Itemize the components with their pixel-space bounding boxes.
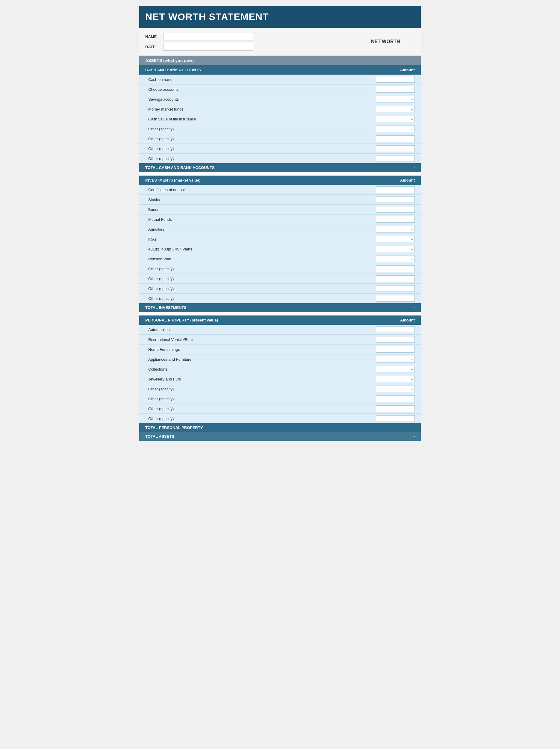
- row-label: Other (specify): [148, 296, 174, 301]
- personal-property-row-input[interactable]: [376, 326, 415, 333]
- net-worth-label: NET WORTH: [371, 39, 400, 44]
- table-row: Other (specify): [139, 274, 421, 284]
- table-row: Other (specify): [139, 294, 421, 303]
- personal-property-row-input[interactable]: [376, 366, 415, 372]
- personal-property-amount-label: Amount: [400, 318, 415, 322]
- table-row: 401(k), 403(b), 457 Plans: [139, 244, 421, 254]
- table-row: Other (specify): [139, 154, 421, 163]
- row-label: Savings accounts: [148, 97, 179, 102]
- personal-property-row-input[interactable]: [376, 346, 415, 352]
- top-info-section: NAME DATE NET WORTH -: [139, 28, 421, 56]
- investments-row-input[interactable]: [376, 285, 415, 292]
- personal-property-row-input[interactable]: [376, 386, 415, 392]
- page-container: NET WORTH STATEMENT NAME DATE NET WORTH …: [139, 6, 421, 441]
- table-row: Other (specify): [139, 284, 421, 294]
- cash-row-input[interactable]: [376, 126, 415, 132]
- row-label: Home Furnishings: [148, 347, 180, 352]
- personal-property-section: PERSONAL PROPERTY (present value) Amount…: [139, 316, 421, 432]
- name-date-section: NAME DATE: [145, 33, 253, 51]
- row-label: Other (specify): [148, 156, 174, 161]
- name-label: NAME: [145, 35, 160, 39]
- cash-row-input[interactable]: [376, 135, 415, 142]
- row-label: Mutual Funds: [148, 217, 172, 222]
- table-row: Savings accounts: [139, 94, 421, 104]
- personal-property-section-title: PERSONAL PROPERTY (present value): [145, 318, 218, 322]
- row-label: Certificates of deposit: [148, 188, 186, 192]
- row-label: Jewellery and Furs: [148, 377, 181, 381]
- table-row: Annuities: [139, 224, 421, 234]
- row-label: Other (specify): [148, 407, 174, 411]
- investments-row-input[interactable]: [376, 246, 415, 252]
- total-assets-label: TOTAL ASSETS: [145, 434, 174, 438]
- investments-row-input[interactable]: [376, 196, 415, 203]
- row-label: Stocks: [148, 197, 160, 202]
- investments-row-input[interactable]: [376, 226, 415, 233]
- row-label: Automobiles: [148, 327, 170, 332]
- table-row: Cheque accounts: [139, 85, 421, 94]
- cash-row-input[interactable]: [376, 116, 415, 122]
- cash-total-row: TOTAL CASH AND BANK ACCOUNTS -: [139, 163, 421, 172]
- investments-row-input[interactable]: [376, 275, 415, 282]
- cash-row-input[interactable]: [376, 145, 415, 152]
- row-label: Other (specify): [148, 147, 174, 151]
- table-row: Other (specify): [139, 124, 421, 134]
- table-row: Stocks: [139, 195, 421, 205]
- personal-property-row-input[interactable]: [376, 376, 415, 382]
- cash-row-input[interactable]: [376, 76, 415, 83]
- date-label: DATE: [145, 45, 160, 49]
- name-input[interactable]: [163, 33, 253, 40]
- personal-property-row-input[interactable]: [376, 395, 415, 402]
- cash-total-value: -: [413, 165, 415, 170]
- row-label: Cash value of life insurance: [148, 117, 196, 121]
- table-row: Other (specify): [139, 134, 421, 144]
- cash-section-title: CASH AND BANK ACCOUNTS: [145, 68, 201, 72]
- table-row: Other (specify): [139, 264, 421, 274]
- investments-row-input[interactable]: [376, 206, 415, 213]
- personal-property-row-input[interactable]: [376, 405, 415, 412]
- investments-row-input[interactable]: [376, 295, 415, 302]
- investments-row-input[interactable]: [376, 186, 415, 193]
- date-input[interactable]: [163, 43, 253, 51]
- cash-row-input[interactable]: [376, 86, 415, 92]
- cash-row-input[interactable]: [376, 155, 415, 162]
- row-label: Collections: [148, 367, 167, 371]
- table-row: IRAs: [139, 234, 421, 244]
- personal-property-row-input[interactable]: [376, 356, 415, 363]
- row-label: Cheque accounts: [148, 87, 178, 92]
- table-row: Other (specify): [139, 394, 421, 404]
- investments-row-input[interactable]: [376, 265, 415, 272]
- cash-row-input[interactable]: [376, 106, 415, 112]
- total-assets-value: -: [413, 434, 415, 438]
- personal-property-row-input[interactable]: [376, 415, 415, 422]
- row-label: Pension Plan: [148, 257, 171, 261]
- table-row: Automobiles: [139, 325, 421, 335]
- table-row: Cash value of life insurance: [139, 114, 421, 124]
- table-row: Jewellery and Furs: [139, 374, 421, 384]
- investments-row-input[interactable]: [376, 216, 415, 222]
- row-label: Other (specify): [148, 397, 174, 401]
- investments-row-input[interactable]: [376, 256, 415, 262]
- table-row: Other (specify): [139, 404, 421, 414]
- investments-row-input[interactable]: [376, 236, 415, 242]
- investments-section-header: INVESTMENTS (market value) Amount: [139, 175, 421, 185]
- total-assets-row: TOTAL ASSETS -: [139, 432, 421, 441]
- personal-property-section-header: PERSONAL PROPERTY (present value) Amount: [139, 316, 421, 325]
- investments-total-value: -: [413, 305, 415, 310]
- personal-property-total-row: TOTAL PERSONAL PROPERTY -: [139, 423, 421, 432]
- investments-amount-label: Amount: [400, 178, 415, 183]
- row-label: Money market funds: [148, 107, 184, 111]
- name-row: NAME: [145, 33, 253, 40]
- row-label: Annuities: [148, 227, 164, 232]
- row-label: IRAs: [148, 237, 157, 241]
- table-row: Other (specify): [139, 384, 421, 394]
- cash-section: CASH AND BANK ACCOUNTS Amount Cash on ha…: [139, 65, 421, 172]
- date-row: DATE: [145, 43, 253, 51]
- personal-property-row-input[interactable]: [376, 336, 415, 343]
- net-worth-value: -: [404, 39, 406, 44]
- row-label: 401(k), 403(b), 457 Plans: [148, 247, 192, 251]
- personal-property-total-label: TOTAL PERSONAL PROPERTY: [145, 425, 203, 430]
- cash-row-input[interactable]: [376, 96, 415, 103]
- table-row: Other (specify): [139, 414, 421, 423]
- table-row: Pension Plan: [139, 254, 421, 264]
- investments-total-row: TOTAL INVESTMENTS -: [139, 303, 421, 312]
